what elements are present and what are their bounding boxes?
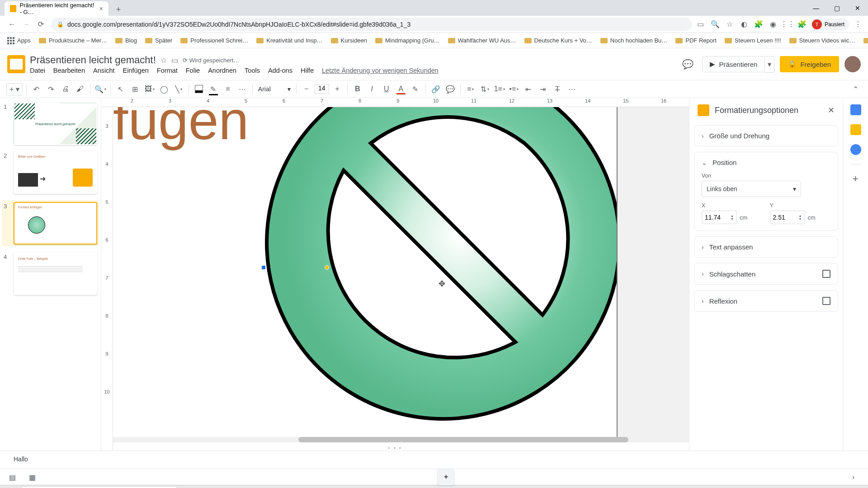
y-input[interactable]: 2.51▲▼ [770, 211, 805, 224]
comments-button[interactable]: 💬 [679, 55, 697, 73]
fill-color-button[interactable] [193, 83, 205, 95]
underline-button[interactable]: U [380, 83, 393, 95]
menu-insert[interactable]: Einfügen [123, 67, 149, 74]
bookmark-item[interactable]: Wahlfächer WU Aus… [445, 35, 519, 46]
horizontal-ruler[interactable]: 2 3 4 5 6 7 8 9 10 11 12 13 14 15 16 [101, 98, 689, 107]
link-button[interactable]: 🔗 [429, 83, 442, 95]
obs-icon[interactable]: ⚫ [332, 485, 353, 488]
share-button[interactable]: 🔒 Freigeben [780, 56, 839, 72]
numbered-list-button[interactable]: 1≡ [493, 83, 506, 95]
bookmark-item[interactable]: Steuern Videos wic… [787, 35, 858, 46]
ext-1-icon[interactable]: ◐ [739, 19, 750, 30]
excel-icon[interactable]: X [267, 485, 288, 488]
textbox-tool[interactable]: ⊞ [129, 83, 142, 95]
paint-format-button[interactable]: 🖌 [74, 83, 86, 95]
bookmark-item[interactable]: Mindmapping (Gru… [373, 35, 443, 46]
edge-icon[interactable]: 🔵 [375, 485, 396, 488]
chrome-icon[interactable]: 🌐 [354, 485, 374, 488]
back-button[interactable]: ← [5, 17, 19, 32]
speaker-notes[interactable]: Hallo [0, 450, 868, 469]
task-view-icon[interactable]: ⊞ [180, 485, 201, 488]
border-color-button[interactable]: ✎ [207, 83, 220, 95]
present-button[interactable]: ▶ Präsentieren [702, 56, 765, 72]
bookmark-item[interactable]: Kursideen [328, 35, 370, 46]
highlight-button[interactable]: ✎ [409, 83, 422, 95]
menu-edit[interactable]: Bearbeiten [53, 67, 85, 74]
menu-help[interactable]: Hilfe [301, 67, 314, 74]
text-color-button[interactable]: A [395, 83, 407, 95]
close-window-button[interactable]: ✕ [847, 0, 868, 16]
mail-icon[interactable]: 📧99+ [223, 485, 244, 488]
slides-logo[interactable] [7, 55, 25, 73]
image-tool[interactable]: 🖼 [143, 83, 156, 95]
bookmark-item[interactable]: Deutsche Kurs + Vo… [522, 35, 595, 46]
menu-file[interactable]: Datei [30, 67, 45, 74]
browser-tab[interactable]: Präsentieren leicht gemacht! - G… × [5, 1, 108, 16]
bookmark-item[interactable]: Später [142, 35, 175, 46]
bookmark-item[interactable]: Produktsuche – Mer… [36, 35, 110, 46]
star-icon[interactable]: ☆ [724, 19, 735, 30]
line-tool[interactable]: ╲ [172, 83, 185, 95]
menu-tools[interactable]: Tools [245, 67, 260, 74]
section-text-fit[interactable]: ›Text anpassen [694, 236, 838, 258]
word-icon[interactable]: W [245, 485, 266, 488]
collapse-toolbar-button[interactable]: ⌃ [849, 83, 862, 95]
menu-slide[interactable]: Folie [186, 67, 200, 74]
url-field[interactable]: 🔒 docs.google.com/presentation/d/1yV372S… [52, 18, 692, 31]
comment-button[interactable]: 💬 [444, 83, 457, 95]
zoom-icon[interactable]: 🔍 [710, 19, 721, 30]
zoom-button[interactable]: 🔍 [94, 83, 107, 95]
section-drop-shadow[interactable]: ›Schlagschatten [694, 263, 838, 285]
maximize-button[interactable]: ▢ [826, 0, 847, 16]
filmstrip-view-button[interactable]: ▤ [9, 473, 20, 481]
reload-button[interactable]: ⟳ [33, 17, 48, 32]
slide-thumb-row[interactable]: 3 Formen einfügen [2, 200, 99, 246]
more-toolbar-button[interactable]: ⋯ [566, 83, 578, 95]
clear-format-button[interactable]: T̶ [551, 83, 564, 95]
profile-badge[interactable]: T Pausiert [811, 19, 849, 30]
new-tab-button[interactable]: + [112, 3, 125, 16]
side-panel-toggle[interactable]: › [852, 473, 854, 481]
grid-view-button[interactable]: ▦ [29, 473, 40, 481]
account-avatar[interactable] [844, 56, 861, 72]
app-icon[interactable]: 🟠 [310, 485, 331, 488]
no-symbol-shape[interactable] [262, 107, 624, 423]
menu-format[interactable]: Format [157, 67, 178, 74]
bookmark-item[interactable]: Noch hochladen Bu… [598, 35, 670, 46]
spotify-icon[interactable]: ● [440, 485, 461, 488]
scrollbar-thumb[interactable] [298, 437, 628, 442]
x-input[interactable]: 11.74▲▼ [702, 211, 737, 224]
calendar-icon[interactable] [850, 104, 861, 115]
move-button[interactable]: ▭ [171, 56, 178, 65]
bookmark-item[interactable]: Kreativität und Insp… [254, 35, 325, 46]
document-title[interactable]: Präsentieren leicht gemacht! [30, 54, 156, 66]
bulleted-list-button[interactable]: •≡ [508, 83, 520, 95]
print-button[interactable]: 🖨 [59, 83, 72, 95]
slide-title-text[interactable]: fügen [113, 107, 249, 151]
italic-button[interactable]: I [366, 83, 378, 95]
slide-thumbnail-2[interactable]: Bilder und Grafiken ➜ [14, 151, 97, 194]
border-dash-button[interactable]: ⋯ [236, 83, 249, 95]
ext-3-icon[interactable]: ◉ [768, 19, 778, 30]
slide-thumb-row[interactable]: 1 Präsentieren leicht gemacht! [4, 103, 97, 145]
indent-button[interactable]: ⇥ [537, 83, 549, 95]
section-position-header[interactable]: ⌄Position [702, 159, 830, 166]
reflection-checkbox[interactable] [822, 297, 830, 305]
minimize-button[interactable]: — [806, 0, 826, 16]
bookmark-item[interactable]: Blog [113, 35, 140, 46]
horizontal-scrollbar[interactable] [113, 437, 689, 442]
addons-plus-icon[interactable]: + [850, 174, 861, 184]
undo-button[interactable]: ↶ [30, 83, 43, 95]
extensions-icon[interactable]: 🧩 [797, 19, 807, 30]
panel-resize-handle[interactable]: • • • [388, 446, 402, 450]
ext-2-icon[interactable]: 🧩 [753, 19, 764, 30]
tasks-icon[interactable] [850, 144, 861, 155]
section-size-rotation[interactable]: ›Größe und Drehung [694, 125, 838, 146]
vertical-ruler[interactable]: 3 4 5 6 7 8 9 10 [101, 107, 113, 450]
app-icon-2[interactable]: 📘 [397, 485, 418, 488]
line-spacing-button[interactable]: ⇅ [479, 83, 491, 95]
ext-4-icon[interactable]: ⋮⋮ [782, 19, 793, 30]
font-size-increase[interactable]: + [331, 83, 344, 95]
font-size-decrease[interactable]: − [300, 83, 313, 95]
align-button[interactable]: ≡ [464, 83, 477, 95]
